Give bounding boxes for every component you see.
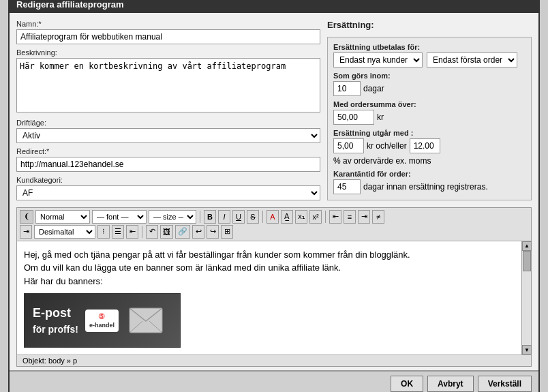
utbetalas-select1[interactable]: Endast nya kunder bbox=[333, 52, 423, 67]
ordered-list-button[interactable]: ☰ bbox=[112, 225, 124, 239]
ok-button[interactable]: OK bbox=[391, 376, 423, 392]
toolbar-row1: ❨ Normal — font — — size — B I U S A A̲ … bbox=[20, 210, 528, 224]
toolbar-row2: ⇥ Desimaltal ⁝ ☰ ⇤ ↶ 🖼 🔗 ↩ ↪ ⊞ bbox=[20, 225, 528, 239]
med-order-unit: kr bbox=[377, 112, 384, 122]
undo-button[interactable]: ↩ bbox=[192, 225, 204, 239]
status-bar: Objekt: body » p bbox=[17, 355, 531, 366]
namn-label: Namn:* bbox=[16, 20, 320, 28]
align-justify-button[interactable]: ≠ bbox=[372, 210, 384, 224]
indent-button[interactable]: ⇥ bbox=[20, 225, 32, 239]
som-gors-unit: dagar bbox=[363, 84, 384, 93]
editor-line1: Hej, gå med och tjäna pengar på att vi f… bbox=[24, 248, 515, 262]
strikethrough-button[interactable]: S bbox=[247, 210, 259, 224]
font-select[interactable]: — font — bbox=[92, 210, 147, 224]
scrollbar-down-arrow[interactable]: ▼ bbox=[522, 345, 532, 355]
subscript-button[interactable]: x₁ bbox=[295, 210, 307, 224]
som-gors-row: dagar bbox=[333, 81, 526, 96]
source-icon[interactable]: ❨ bbox=[20, 210, 33, 224]
utgar-input2[interactable] bbox=[410, 138, 440, 153]
editor-line3: Här har du banners: bbox=[24, 275, 515, 288]
utbetalas-select2[interactable]: Endast första order bbox=[427, 52, 517, 67]
beskrivning-label: Beskrivning: bbox=[16, 48, 320, 57]
banner-line1: E-post bbox=[33, 304, 78, 322]
namn-field-group: Namn:* bbox=[16, 20, 320, 44]
dialog-body: Namn:* Beskrivning: Här kommer en kortbe… bbox=[10, 13, 538, 207]
karantantid-text: dagar innan ersättning registreras. bbox=[363, 182, 488, 192]
underline-button[interactable]: U bbox=[232, 210, 245, 224]
som-gors-input[interactable] bbox=[333, 81, 361, 96]
img-button[interactable]: 🖼 bbox=[160, 225, 173, 239]
beskrivning-textarea[interactable]: Här kommer en kortbeskrivning av vårt af… bbox=[16, 58, 320, 112]
avbryt-button[interactable]: Avbryt bbox=[427, 376, 474, 392]
scrollbar-track[interactable] bbox=[522, 251, 531, 346]
banner-logo: ⑤ e-handel bbox=[85, 310, 119, 332]
banner-envelope-icon bbox=[125, 307, 166, 334]
karantantid-row: dagar innan ersättning registreras. bbox=[333, 179, 526, 194]
karantantid-label: Karantäntid för order: bbox=[333, 170, 526, 178]
undo-2-button[interactable]: ↶ bbox=[146, 225, 158, 239]
banner-line2: för proffs! bbox=[33, 322, 78, 337]
toolbar-divider-2 bbox=[262, 211, 263, 223]
align-left-button[interactable]: ⇤ bbox=[329, 210, 341, 224]
ersattning-title: Ersättning: bbox=[327, 20, 532, 30]
unordered-list-button[interactable]: ⁝ bbox=[97, 225, 110, 239]
dialog: Redigera affiliateprogram Namn:* Beskriv… bbox=[8, 0, 540, 392]
font-color-button[interactable]: A bbox=[267, 210, 279, 224]
right-panel: Ersättning: Ersättning utbetalas för: En… bbox=[327, 20, 532, 200]
med-order-input[interactable] bbox=[333, 110, 374, 125]
editor-content[interactable]: Hej, gå med och tjäna pengar på att vi f… bbox=[17, 241, 521, 355]
bold-button[interactable]: B bbox=[204, 210, 216, 224]
namn-input[interactable] bbox=[16, 29, 320, 44]
editor-scrollbar[interactable]: ▲ ▼ bbox=[521, 241, 531, 355]
list-type-select[interactable]: Desimaltal bbox=[34, 225, 95, 239]
editor-line2: Om du vill kan du lägga ute en banner so… bbox=[24, 261, 515, 275]
utgar-mid-text: kr och/eller bbox=[367, 141, 407, 151]
editor-banner: E-post för proffs! ⑤ e-handel bbox=[24, 293, 181, 348]
scrollbar-thumb[interactable] bbox=[523, 251, 531, 271]
med-order-label: Med ordersumma över: bbox=[333, 100, 526, 108]
redirect-input[interactable] bbox=[16, 157, 320, 172]
style-select[interactable]: Normal bbox=[35, 210, 90, 224]
med-order-row: kr bbox=[333, 110, 526, 125]
karantantid-input[interactable] bbox=[333, 179, 361, 194]
redirect-label: Redirect:* bbox=[16, 147, 320, 155]
editor-toolbar: ❨ Normal — font — — size — B I U S A A̲ … bbox=[17, 208, 531, 241]
editor-section: ❨ Normal — font — — size — B I U S A A̲ … bbox=[16, 207, 532, 367]
outdent-button[interactable]: ⇤ bbox=[126, 225, 138, 239]
redo-button[interactable]: ↪ bbox=[207, 225, 219, 239]
driftlage-select[interactable]: Aktiv Inaktiv bbox=[16, 128, 320, 143]
kundkategori-label: Kundkategori: bbox=[16, 176, 320, 184]
ersattning-inner: Ersättning utbetalas för: Endast nya kun… bbox=[327, 37, 532, 200]
utbetalas-label: Ersättning utbetalas för: bbox=[333, 43, 526, 51]
kundkategori-field-group: Kundkategori: AF bbox=[16, 176, 320, 200]
scrollbar-up-arrow[interactable]: ▲ bbox=[522, 241, 532, 251]
driftlage-label: Driftläge: bbox=[16, 119, 320, 127]
utgar-row: kr och/eller % av ordervärde ex. moms bbox=[333, 138, 526, 166]
driftlage-field-group: Driftläge: Aktiv Inaktiv bbox=[16, 119, 320, 143]
kundkategori-select[interactable]: AF bbox=[16, 185, 320, 200]
utgar-unit-text: % av ordervärde ex. moms bbox=[333, 156, 431, 166]
toolbar-divider-3 bbox=[325, 211, 326, 223]
verkstall-button[interactable]: Verkställ bbox=[478, 376, 532, 392]
som-gors-label: Som görs inom: bbox=[333, 72, 526, 80]
utgar-label: Ersättning utgår med : bbox=[333, 129, 526, 137]
left-panel: Namn:* Beskrivning: Här kommer en kortbe… bbox=[16, 20, 320, 200]
utbetalas-row: Endast nya kunder Endast första order bbox=[333, 52, 526, 67]
italic-button[interactable]: I bbox=[218, 210, 230, 224]
toolbar-divider-1 bbox=[200, 211, 200, 223]
redirect-field-group: Redirect:* bbox=[16, 147, 320, 172]
dialog-title: Redigera affiliateprogram bbox=[10, 0, 538, 13]
utgar-input1[interactable] bbox=[333, 138, 364, 153]
align-right-button[interactable]: ⇥ bbox=[358, 210, 370, 224]
superscript-button[interactable]: x² bbox=[309, 210, 322, 224]
toolbar-divider-r2 bbox=[142, 226, 142, 238]
beskrivning-field-group: Beskrivning: Här kommer en kortbeskrivni… bbox=[16, 48, 320, 115]
banner-text: E-post för proffs! bbox=[33, 304, 78, 337]
dialog-footer: OK Avbryt Verkställ bbox=[10, 370, 538, 392]
highlight-button[interactable]: A̲ bbox=[281, 210, 293, 224]
link-button[interactable]: 🔗 bbox=[175, 225, 190, 239]
align-center-button[interactable]: ≡ bbox=[344, 210, 356, 224]
editor-wrapper: Hej, gå med och tjäna pengar på att vi f… bbox=[17, 241, 531, 355]
table-button[interactable]: ⊞ bbox=[221, 225, 233, 239]
size-select[interactable]: — size — bbox=[149, 210, 196, 224]
